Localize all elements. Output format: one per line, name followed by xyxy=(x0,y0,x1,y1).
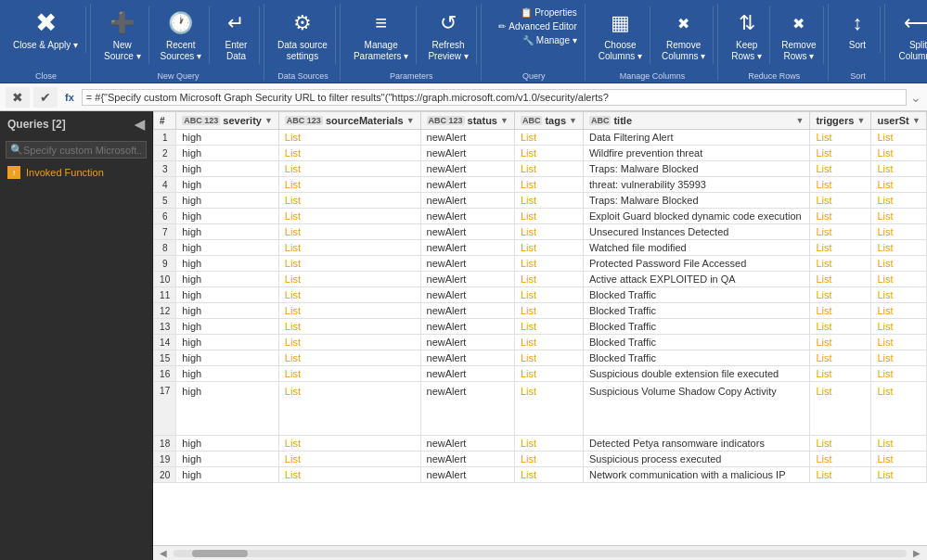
cell-source-materials[interactable]: List xyxy=(278,350,420,366)
list-link[interactable]: List xyxy=(285,179,301,190)
list-link[interactable]: List xyxy=(521,258,536,269)
cell-source-materials[interactable]: List xyxy=(278,209,420,224)
list-link[interactable]: List xyxy=(521,321,536,332)
query-search-box[interactable]: 🔍 xyxy=(6,141,147,159)
list-link[interactable]: List xyxy=(285,242,301,253)
cell-triggers[interactable]: List xyxy=(810,177,871,193)
cell-source-materials[interactable]: List xyxy=(278,436,420,452)
list-link[interactable]: List xyxy=(877,453,893,465)
tags-filter-btn[interactable]: ▼ xyxy=(569,116,577,125)
list-link[interactable]: List xyxy=(877,368,893,379)
cell-userst[interactable]: List xyxy=(871,130,927,146)
triggers-filter-btn[interactable]: ▼ xyxy=(857,116,866,125)
cell-tags[interactable]: List xyxy=(514,287,583,303)
cell-userst[interactable]: List xyxy=(871,467,927,483)
choose-columns-button[interactable]: ▦ ChooseColumns ▾ xyxy=(591,6,650,64)
list-link[interactable]: List xyxy=(877,305,893,316)
col-header-status[interactable]: ABC 123 status ▼ xyxy=(420,112,514,130)
col-header-source-materials[interactable]: ABC 123 sourceMaterials ▼ xyxy=(278,112,420,130)
cell-tags[interactable]: List xyxy=(514,452,583,467)
list-link[interactable]: List xyxy=(877,321,893,332)
list-link[interactable]: List xyxy=(285,438,301,449)
cell-userst[interactable]: List xyxy=(871,256,927,272)
keep-rows-button[interactable]: ⇅ KeepRows ▾ xyxy=(724,6,770,64)
scroll-track[interactable] xyxy=(174,550,907,557)
col-header-triggers[interactable]: triggers ▼ xyxy=(810,112,871,130)
cell-tags[interactable]: List xyxy=(514,177,583,193)
cell-userst[interactable]: List xyxy=(871,209,927,224)
list-link[interactable]: List xyxy=(877,352,893,363)
cell-triggers[interactable]: List xyxy=(810,256,871,272)
cell-userst[interactable]: List xyxy=(871,287,927,303)
list-link[interactable]: List xyxy=(285,289,301,300)
cell-tags[interactable]: List xyxy=(514,224,583,240)
list-link[interactable]: List xyxy=(816,305,831,316)
col-header-title[interactable]: ABC title ▼ xyxy=(583,112,809,130)
list-link[interactable]: List xyxy=(816,321,831,332)
list-link[interactable]: List xyxy=(521,163,536,174)
cell-source-materials[interactable]: List xyxy=(278,287,420,303)
list-link[interactable]: List xyxy=(816,274,831,285)
list-link[interactable]: List xyxy=(816,258,831,269)
cell-userst[interactable]: List xyxy=(871,319,927,335)
col-header-severity[interactable]: ABC 123 severity ▼ xyxy=(176,112,279,130)
list-link[interactable]: List xyxy=(285,226,301,237)
cell-source-materials[interactable]: List xyxy=(278,240,420,256)
cell-source-materials[interactable]: List xyxy=(278,177,420,193)
cell-triggers[interactable]: List xyxy=(810,161,871,177)
cell-userst[interactable]: List xyxy=(871,146,927,161)
cell-userst[interactable]: List xyxy=(871,177,927,193)
cell-source-materials[interactable]: List xyxy=(278,193,420,209)
cell-tags[interactable]: List xyxy=(514,146,583,161)
list-link[interactable]: List xyxy=(285,258,301,269)
horizontal-scrollbar[interactable]: ◀ ▶ xyxy=(153,548,927,558)
scroll-right-button[interactable]: ▶ xyxy=(910,548,923,558)
cell-userst[interactable]: List xyxy=(871,335,927,350)
cell-tags[interactable]: List xyxy=(514,319,583,335)
source-materials-filter-btn[interactable]: ▼ xyxy=(406,116,415,125)
cell-source-materials[interactable]: List xyxy=(278,366,420,382)
list-link[interactable]: List xyxy=(521,195,536,206)
cell-source-materials[interactable]: List xyxy=(278,467,420,483)
cell-tags[interactable]: List xyxy=(514,467,583,483)
cell-triggers[interactable]: List xyxy=(810,467,871,483)
refresh-preview-button[interactable]: ↺ RefreshPreview ▾ xyxy=(420,6,476,64)
list-link[interactable]: List xyxy=(521,469,536,480)
list-link[interactable]: List xyxy=(816,289,831,300)
cell-triggers[interactable]: List xyxy=(810,209,871,224)
list-link[interactable]: List xyxy=(285,321,301,332)
list-link[interactable]: List xyxy=(816,453,831,465)
cell-userst[interactable]: List xyxy=(871,240,927,256)
cell-tags[interactable]: List xyxy=(514,366,583,382)
list-link[interactable]: List xyxy=(521,226,536,237)
list-link[interactable]: List xyxy=(816,195,831,206)
list-link[interactable]: List xyxy=(816,242,831,253)
cell-tags[interactable]: List xyxy=(514,193,583,209)
list-link[interactable]: List xyxy=(521,289,536,300)
list-link[interactable]: List xyxy=(877,258,893,269)
col-header-userst[interactable]: userSt ▼ xyxy=(871,112,927,130)
cell-triggers[interactable]: List xyxy=(810,193,871,209)
cell-tags[interactable]: List xyxy=(514,335,583,350)
cell-tags[interactable]: List xyxy=(514,382,583,436)
new-source-button[interactable]: ➕ NewSource ▾ xyxy=(97,6,148,64)
formula-cancel-button[interactable]: ✖ xyxy=(6,87,30,108)
list-link[interactable]: List xyxy=(285,132,301,143)
data-table-container[interactable]: # ABC 123 severity ▼ ABC 123 xyxy=(153,111,927,545)
list-link[interactable]: List xyxy=(877,210,893,222)
manage-button[interactable]: 🔧 Manage ▾ xyxy=(519,34,581,46)
list-link[interactable]: List xyxy=(816,210,831,222)
list-link[interactable]: List xyxy=(816,132,831,143)
list-link[interactable]: List xyxy=(877,337,893,348)
cell-triggers[interactable]: List xyxy=(810,452,871,467)
cell-triggers[interactable]: List xyxy=(810,146,871,161)
list-link[interactable]: List xyxy=(816,438,831,449)
list-link[interactable]: List xyxy=(877,163,893,174)
properties-button[interactable]: 📋 Properties xyxy=(517,6,581,19)
severity-filter-btn[interactable]: ▼ xyxy=(264,116,273,125)
cell-userst[interactable]: List xyxy=(871,382,927,436)
list-link[interactable]: List xyxy=(877,242,893,253)
cell-triggers[interactable]: List xyxy=(810,436,871,452)
list-link[interactable]: List xyxy=(521,337,536,348)
cell-tags[interactable]: List xyxy=(514,209,583,224)
